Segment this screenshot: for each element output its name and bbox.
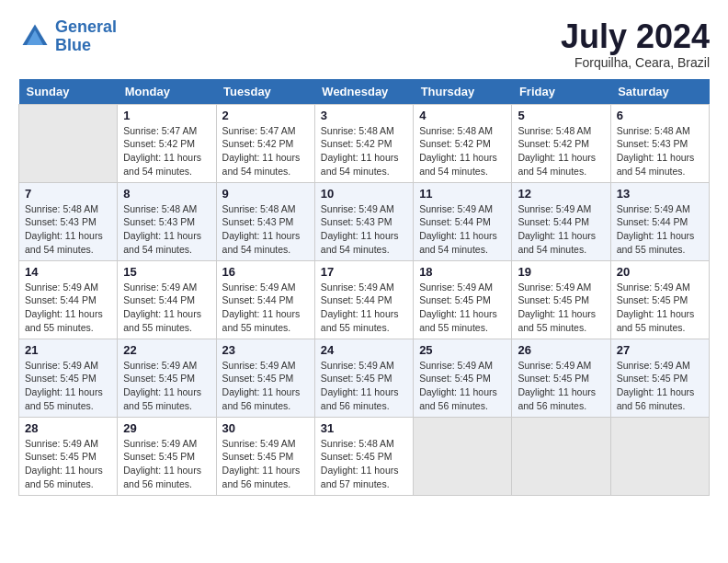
header-day-monday: Monday <box>118 79 216 105</box>
day-number: 27 <box>617 343 703 357</box>
day-info: Sunrise: 5:49 AMSunset: 5:44 PMDaylight:… <box>518 202 604 257</box>
day-info: Sunrise: 5:48 AMSunset: 5:43 PMDaylight:… <box>222 202 309 257</box>
title-area: July 2024 Forquilha, Ceara, Brazil <box>561 18 710 70</box>
calendar-cell: 26Sunrise: 5:49 AMSunset: 5:45 PMDayligh… <box>512 339 610 417</box>
day-number: 12 <box>518 187 604 201</box>
day-info: Sunrise: 5:48 AMSunset: 5:45 PMDaylight:… <box>321 437 407 491</box>
day-info: Sunrise: 5:49 AMSunset: 5:44 PMDaylight:… <box>25 281 111 335</box>
calendar-cell: 29Sunrise: 5:49 AMSunset: 5:45 PMDayligh… <box>118 417 216 495</box>
calendar-cell <box>512 417 610 495</box>
day-number: 9 <box>222 187 309 201</box>
day-info: Sunrise: 5:48 AMSunset: 5:43 PMDaylight:… <box>123 202 210 257</box>
day-info: Sunrise: 5:49 AMSunset: 5:45 PMDaylight:… <box>25 359 111 413</box>
day-info: Sunrise: 5:49 AMSunset: 5:45 PMDaylight:… <box>617 281 703 335</box>
logo-text: General Blue <box>55 18 117 55</box>
day-info: Sunrise: 5:47 AMSunset: 5:42 PMDaylight:… <box>222 124 309 178</box>
calendar-cell <box>19 104 118 182</box>
calendar-cell: 6Sunrise: 5:48 AMSunset: 5:43 PMDaylight… <box>610 104 709 182</box>
month-year: July 2024 <box>561 18 710 55</box>
calendar-cell: 27Sunrise: 5:49 AMSunset: 5:45 PMDayligh… <box>610 339 709 417</box>
day-number: 23 <box>222 343 309 357</box>
week-row: 1Sunrise: 5:47 AMSunset: 5:42 PMDaylight… <box>19 104 710 182</box>
day-info: Sunrise: 5:48 AMSunset: 5:43 PMDaylight:… <box>25 202 111 257</box>
calendar-cell: 18Sunrise: 5:49 AMSunset: 5:45 PMDayligh… <box>414 260 512 339</box>
calendar-cell: 19Sunrise: 5:49 AMSunset: 5:45 PMDayligh… <box>512 260 610 339</box>
calendar-cell: 30Sunrise: 5:49 AMSunset: 5:45 PMDayligh… <box>216 417 314 495</box>
day-number: 4 <box>419 109 506 122</box>
day-number: 19 <box>518 265 604 279</box>
day-number: 18 <box>419 265 506 279</box>
day-info: Sunrise: 5:49 AMSunset: 5:45 PMDaylight:… <box>518 281 604 335</box>
day-info: Sunrise: 5:48 AMSunset: 5:42 PMDaylight:… <box>518 124 604 178</box>
day-number: 6 <box>617 109 703 122</box>
day-number: 22 <box>123 343 210 357</box>
header-day-sunday: Sunday <box>19 79 118 105</box>
calendar-cell <box>414 417 512 495</box>
calendar-cell: 15Sunrise: 5:49 AMSunset: 5:44 PMDayligh… <box>118 260 216 339</box>
day-number: 29 <box>123 421 210 435</box>
calendar-cell: 1Sunrise: 5:47 AMSunset: 5:42 PMDaylight… <box>118 104 216 182</box>
calendar-cell: 13Sunrise: 5:49 AMSunset: 5:44 PMDayligh… <box>610 182 709 260</box>
day-info: Sunrise: 5:49 AMSunset: 5:45 PMDaylight:… <box>222 437 309 491</box>
day-info: Sunrise: 5:49 AMSunset: 5:44 PMDaylight:… <box>321 281 407 335</box>
page-header: General Blue July 2024 Forquilha, Ceara,… <box>18 18 710 70</box>
day-number: 7 <box>25 187 111 201</box>
calendar-table: SundayMondayTuesdayWednesdayThursdayFrid… <box>18 79 710 496</box>
header-day-friday: Friday <box>512 79 610 105</box>
day-number: 25 <box>419 343 506 357</box>
day-info: Sunrise: 5:49 AMSunset: 5:44 PMDaylight:… <box>419 202 506 257</box>
week-row: 14Sunrise: 5:49 AMSunset: 5:44 PMDayligh… <box>19 260 710 339</box>
header-day-thursday: Thursday <box>414 79 512 105</box>
header-row: SundayMondayTuesdayWednesdayThursdayFrid… <box>19 79 710 105</box>
calendar-cell: 10Sunrise: 5:49 AMSunset: 5:43 PMDayligh… <box>314 182 413 260</box>
day-number: 3 <box>321 109 407 122</box>
day-info: Sunrise: 5:49 AMSunset: 5:45 PMDaylight:… <box>123 359 210 413</box>
day-number: 10 <box>321 187 407 201</box>
day-number: 2 <box>222 109 309 122</box>
day-info: Sunrise: 5:49 AMSunset: 5:45 PMDaylight:… <box>321 359 407 413</box>
day-number: 30 <box>222 421 309 435</box>
day-number: 11 <box>419 187 506 201</box>
week-row: 21Sunrise: 5:49 AMSunset: 5:45 PMDayligh… <box>19 339 710 417</box>
calendar-cell: 31Sunrise: 5:48 AMSunset: 5:45 PMDayligh… <box>314 417 413 495</box>
day-info: Sunrise: 5:49 AMSunset: 5:45 PMDaylight:… <box>617 359 703 413</box>
day-number: 15 <box>123 265 210 279</box>
day-info: Sunrise: 5:49 AMSunset: 5:45 PMDaylight:… <box>518 359 604 413</box>
day-number: 24 <box>321 343 407 357</box>
day-number: 1 <box>123 109 210 122</box>
day-info: Sunrise: 5:49 AMSunset: 5:44 PMDaylight:… <box>222 281 309 335</box>
calendar-cell: 9Sunrise: 5:48 AMSunset: 5:43 PMDaylight… <box>216 182 314 260</box>
day-info: Sunrise: 5:48 AMSunset: 5:42 PMDaylight:… <box>419 124 506 178</box>
calendar-cell: 17Sunrise: 5:49 AMSunset: 5:44 PMDayligh… <box>314 260 413 339</box>
header-day-tuesday: Tuesday <box>216 79 314 105</box>
logo-icon <box>18 20 51 53</box>
day-number: 21 <box>25 343 111 357</box>
calendar-cell: 5Sunrise: 5:48 AMSunset: 5:42 PMDaylight… <box>512 104 610 182</box>
calendar-cell: 14Sunrise: 5:49 AMSunset: 5:44 PMDayligh… <box>19 260 118 339</box>
day-info: Sunrise: 5:49 AMSunset: 5:45 PMDaylight:… <box>419 281 506 335</box>
calendar-cell <box>610 417 709 495</box>
calendar-cell: 12Sunrise: 5:49 AMSunset: 5:44 PMDayligh… <box>512 182 610 260</box>
day-number: 31 <box>321 421 407 435</box>
day-info: Sunrise: 5:49 AMSunset: 5:44 PMDaylight:… <box>123 281 210 335</box>
calendar-cell: 20Sunrise: 5:49 AMSunset: 5:45 PMDayligh… <box>610 260 709 339</box>
day-info: Sunrise: 5:49 AMSunset: 5:43 PMDaylight:… <box>321 202 407 257</box>
day-number: 16 <box>222 265 309 279</box>
calendar-cell: 23Sunrise: 5:49 AMSunset: 5:45 PMDayligh… <box>216 339 314 417</box>
day-number: 20 <box>617 265 703 279</box>
calendar-cell: 11Sunrise: 5:49 AMSunset: 5:44 PMDayligh… <box>414 182 512 260</box>
day-info: Sunrise: 5:48 AMSunset: 5:43 PMDaylight:… <box>617 124 703 178</box>
calendar-cell: 16Sunrise: 5:49 AMSunset: 5:44 PMDayligh… <box>216 260 314 339</box>
day-number: 13 <box>617 187 703 201</box>
week-row: 7Sunrise: 5:48 AMSunset: 5:43 PMDaylight… <box>19 182 710 260</box>
calendar-cell: 3Sunrise: 5:48 AMSunset: 5:42 PMDaylight… <box>314 104 413 182</box>
day-info: Sunrise: 5:49 AMSunset: 5:45 PMDaylight:… <box>25 437 111 491</box>
day-number: 26 <box>518 343 604 357</box>
location: Forquilha, Ceara, Brazil <box>561 55 710 70</box>
calendar-cell: 21Sunrise: 5:49 AMSunset: 5:45 PMDayligh… <box>19 339 118 417</box>
week-row: 28Sunrise: 5:49 AMSunset: 5:45 PMDayligh… <box>19 417 710 495</box>
day-number: 28 <box>25 421 111 435</box>
header-day-wednesday: Wednesday <box>314 79 413 105</box>
day-number: 17 <box>321 265 407 279</box>
day-info: Sunrise: 5:48 AMSunset: 5:42 PMDaylight:… <box>321 124 407 178</box>
